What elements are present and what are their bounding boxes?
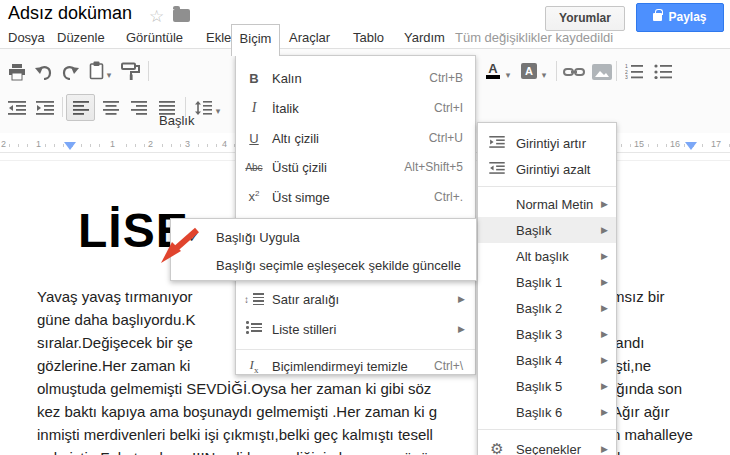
ruler-mark: 4 — [219, 139, 230, 149]
menu-item-apply-title[interactable]: ✓ Başlığı Uygula — [171, 223, 476, 251]
menu-yardim[interactable]: Yardım — [404, 30, 445, 45]
align-justify-button[interactable] — [154, 96, 180, 120]
gear-icon: ⚙ — [478, 440, 508, 455]
toolbar-separator — [148, 61, 149, 81]
menu-item-bold[interactable]: B Kalın Ctrl+B — [236, 63, 475, 93]
indent-increase-button[interactable] — [32, 96, 58, 120]
underline-icon: U — [236, 131, 272, 146]
toolbar-separator — [62, 97, 63, 117]
menu-goruntule[interactable]: Görüntüle — [126, 30, 183, 45]
menu-item-heading6[interactable]: Başlık 6▶ — [478, 399, 616, 425]
menu-item-title[interactable]: Başlık▶ — [478, 217, 616, 243]
menu-item-decrease-indent[interactable]: Girintiyi azalt — [478, 156, 616, 182]
superscript-icon: x2 — [236, 189, 272, 204]
menu-tablo[interactable]: Tablo — [353, 30, 384, 45]
align-center-icon — [103, 101, 119, 115]
indent-decrease-icon — [8, 101, 26, 115]
menu-item-line-spacing[interactable]: ↕ Satır aralığı ▶ — [236, 284, 475, 314]
menu-item-normal-text[interactable]: Normal Metin▶ — [478, 191, 616, 217]
link-icon — [563, 66, 585, 78]
text-line: olmuştuda gelmemişti SEVDİĞİ.Oysa her za… — [37, 380, 730, 403]
star-icon[interactable]: ☆ — [149, 6, 164, 27]
highlight-color-dropdown[interactable]: ▾ — [538, 63, 550, 87]
align-left-icon — [73, 101, 89, 115]
menu-item-superscript[interactable]: x2 Üst simge Ctrl+. — [236, 182, 475, 212]
chevron-down-icon: ▾ — [216, 106, 221, 116]
insert-image-button[interactable] — [589, 60, 615, 84]
menu-item-heading4[interactable]: Başlık 4▶ — [478, 347, 616, 373]
document-title[interactable]: Adsız doküman — [8, 3, 132, 24]
insert-link-button[interactable] — [561, 60, 587, 84]
indent-marker[interactable] — [64, 142, 76, 150]
submenu-arrow-icon: ▶ — [601, 381, 616, 391]
bulleted-list-button[interactable] — [650, 59, 676, 83]
menu-item-clear-formatting[interactable]: Ix Biçimlendirmeyi temizle Ctrl+\ — [236, 351, 475, 381]
submenu-arrow-icon: ▶ — [601, 225, 616, 235]
indent-decrease-icon — [478, 162, 508, 177]
line-spacing-icon: ↕ — [236, 291, 272, 308]
print-button[interactable] — [4, 60, 30, 84]
menu-item-heading1[interactable]: Başlık 1▶ — [478, 269, 616, 295]
toolbar-separator — [556, 61, 557, 81]
highlight-color-icon: A — [521, 63, 537, 79]
menu-item-italic[interactable]: I İtalik Ctrl+I — [236, 93, 475, 123]
menu-dosya[interactable]: Dosya — [8, 30, 45, 45]
menu-item-underline[interactable]: U Altı çizili Ctrl+U — [236, 123, 475, 153]
text-line: kez baktı kapıya ama boşunaydı gelmemişt… — [37, 403, 730, 426]
menu-item-heading5[interactable]: Başlık 5▶ — [478, 373, 616, 399]
undo-icon — [35, 65, 53, 80]
align-left-button[interactable] — [66, 94, 95, 121]
bold-icon: B — [236, 71, 272, 86]
right-indent-marker[interactable] — [685, 142, 697, 150]
format-painter-button[interactable] — [118, 59, 144, 83]
chevron-down-icon: ▾ — [506, 70, 511, 80]
redo-button[interactable] — [57, 60, 83, 84]
line-spacing-dropdown[interactable]: ▾ — [212, 99, 224, 123]
folder-icon[interactable] — [173, 9, 190, 22]
text-line: gelmişti...Fakat o da ne!!!Neydi bu sevd… — [37, 449, 730, 455]
menu-item-options[interactable]: ⚙ Seçenekler ▶ — [478, 436, 616, 455]
format-painter-icon — [121, 62, 141, 80]
align-center-button[interactable] — [98, 96, 124, 120]
undo-button[interactable] — [31, 60, 57, 84]
redo-icon — [61, 65, 79, 80]
numbered-list-button[interactable]: 123 — [621, 59, 647, 83]
submenu-arrow-icon: ▶ — [601, 355, 616, 365]
menu-item-heading2[interactable]: Başlık 2▶ — [478, 295, 616, 321]
ruler-mark: 1 — [107, 139, 118, 149]
submenu-arrow-icon: ▶ — [601, 444, 616, 454]
menu-item-update-title[interactable]: Başlığı seçimle eşleşecek şekilde güncel… — [171, 251, 476, 279]
submenu-arrow-icon: ▶ — [601, 407, 616, 417]
indent-decrease-button[interactable] — [4, 96, 30, 120]
menu-item-increase-indent[interactable]: Girintiyi artır — [478, 130, 616, 156]
ruler-mark: 2 — [145, 139, 156, 149]
menu-item-subtitle[interactable]: Alt başlık▶ — [478, 243, 616, 269]
paragraph-styles-submenu: Girintiyi artır Girintiyi azalt Normal M… — [477, 122, 617, 455]
menu-duzenle[interactable]: Düzenle — [57, 30, 105, 45]
align-right-icon — [131, 101, 147, 115]
ruler-mark: 2 — [0, 139, 9, 149]
comments-button[interactable]: Yorumlar — [545, 6, 625, 31]
text-color-dropdown[interactable]: ▾ — [502, 63, 514, 87]
apply-heading-submenu: ✓ Başlığı Uygula Başlığı seçimle eşleşec… — [170, 218, 477, 281]
ruler-mark: 1 — [33, 139, 44, 149]
format-menu: B Kalın Ctrl+B I İtalik Ctrl+I U Altı çi… — [235, 55, 476, 375]
menu-item-heading3[interactable]: Başlık 3▶ — [478, 321, 616, 347]
paste-format-dropdown[interactable]: ▾ — [103, 63, 115, 87]
numbered-list-icon: 123 — [625, 64, 643, 79]
share-button[interactable]: Paylaş — [636, 3, 724, 32]
submenu-arrow-icon: ▶ — [601, 303, 616, 313]
align-right-button[interactable] — [126, 96, 152, 120]
svg-text:3: 3 — [625, 74, 628, 79]
menu-item-strikethrough[interactable]: Abc Üstü çizili Alt+Shift+5 — [236, 152, 475, 182]
menu-separator — [478, 429, 616, 430]
submenu-arrow-icon: ▶ — [458, 294, 475, 304]
menu-bicim-open[interactable]: Biçim — [231, 24, 280, 56]
bulleted-list-icon — [654, 64, 672, 79]
menu-item-list-styles[interactable]: Liste stilleri ▶ — [236, 314, 475, 344]
text-line: inmişti merdivenleri belki işi çıkmıştı,… — [37, 426, 730, 449]
submenu-arrow-icon: ▶ — [601, 277, 616, 287]
menu-ekle[interactable]: Ekle — [206, 30, 231, 45]
menu-araclar[interactable]: Araçlar — [289, 30, 330, 45]
save-status: Tüm değişiklikler kaydedildi — [455, 30, 613, 45]
